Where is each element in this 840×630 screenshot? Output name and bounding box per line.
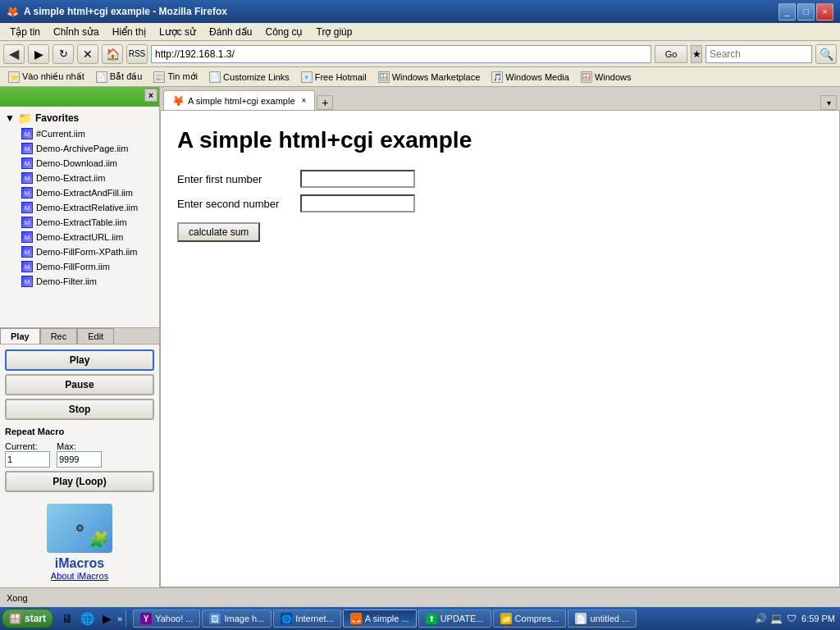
rss-button[interactable]: RSS (126, 44, 148, 64)
bookmark-icon-0: ⭐ (8, 71, 20, 83)
bookmark-icon-4: 📧 (301, 71, 313, 83)
browser-icon: 🦊 (7, 6, 19, 17)
tree-item-8[interactable]: M Demo-FillForm-XPath.iim (2, 244, 158, 259)
menu-luochu[interactable]: Lược sử (153, 25, 203, 39)
address-input[interactable] (151, 45, 651, 63)
browser-tab-main[interactable]: 🦊 A simple html+cgi example × (163, 90, 315, 110)
back-button[interactable]: ◀ (3, 44, 25, 64)
bookmark-windows[interactable]: 🪟 Windows (576, 70, 637, 84)
stop-button[interactable]: Stop (5, 399, 154, 420)
sidebar-bottom: Play Rec Edit Play Pause Stop Repeat Mac… (0, 327, 159, 587)
tree-item-5[interactable]: M Demo-ExtractRelative.iim (2, 200, 158, 215)
tree-item-0[interactable]: M #Current.iim (2, 126, 158, 141)
tree-item-1[interactable]: M Demo-ArchivePage.iim (2, 141, 158, 156)
imacros-file-icon-3: M (21, 172, 33, 184)
imacros-file-icon-7: M (21, 231, 33, 243)
bookmark-windowsmedia[interactable]: 🎵 Windows Media (486, 70, 574, 84)
star-icon[interactable]: ★ (691, 45, 702, 63)
logo-puzzle-icon: 🧩 (89, 530, 109, 550)
sidebar-tree: ▼ 📁 Favorites M #Current.iim M Demo-Arch… (0, 108, 159, 327)
menu-danhdau[interactable]: Đánh dấu (203, 25, 258, 39)
imacros-file-icon-6: M (21, 217, 33, 228)
status-bar: Xong (0, 587, 840, 607)
tab-edit[interactable]: Edit (77, 328, 114, 344)
sidebar-folder-favorites[interactable]: ▼ 📁 Favorites (2, 110, 158, 126)
scroll-tabs-button[interactable]: ▾ (820, 95, 837, 110)
tab-close-icon[interactable]: × (302, 96, 307, 105)
bookmark-tinmoi[interactable]: 📰 Tin mới (148, 70, 203, 84)
play-loop-button[interactable]: Play (Loop) (5, 471, 154, 492)
menu-hienthi[interactable]: Hiển thị (106, 25, 153, 39)
stop-button[interactable]: ✕ (77, 44, 98, 64)
new-tab-button[interactable]: + (317, 95, 333, 110)
bookmark-icon-1: 📄 (96, 71, 107, 83)
imacros-logo-image: ⚙ 🧩 (47, 504, 112, 553)
tree-item-3[interactable]: M Demo-Extract.iim (2, 171, 158, 185)
close-button[interactable]: × (816, 3, 833, 21)
menu-taptin[interactable]: Tập tin (3, 25, 47, 39)
minimize-button[interactable]: _ (778, 3, 796, 21)
max-label: Max: (57, 441, 102, 451)
max-input[interactable] (57, 451, 102, 468)
sidebar-tabs: Play Rec Edit (0, 328, 159, 345)
tree-item-6[interactable]: M Demo-ExtractTable.iim (2, 215, 158, 230)
bookmark-icon-3: 📄 (209, 71, 221, 83)
form-row-second: Enter second number (177, 194, 823, 212)
pause-button[interactable]: Pause (5, 374, 154, 395)
tree-item-7[interactable]: M Demo-ExtractURL.iim (2, 230, 158, 244)
folder-icon: 📁 (18, 112, 32, 125)
current-label: Current: (5, 441, 50, 451)
bookmark-icon-2: 📰 (153, 71, 165, 83)
status-text: Xong (7, 593, 28, 603)
imacros-file-icon-2: M (21, 158, 33, 169)
sidebar-close-button[interactable]: × (144, 89, 158, 102)
imacros-file-icon-8: M (21, 246, 33, 258)
browser-content: A simple html+cgi example Enter first nu… (160, 110, 840, 587)
bookmark-vaonhieunhat[interactable]: ⭐ Vào nhiều nhất (3, 70, 89, 84)
imacros-file-icon-5: M (21, 202, 33, 213)
menu-trogiup[interactable]: Trợ giúp (310, 25, 359, 39)
current-max-row: Current: Max: (5, 441, 154, 468)
tab-play[interactable]: Play (0, 328, 40, 344)
tree-item-10[interactable]: M Demo-Filter.iim (2, 274, 158, 289)
menu-chinhsua[interactable]: Chỉnh sửa (47, 25, 106, 39)
imacros-file-icon-9: M (21, 261, 33, 272)
bookmarks-bar: ⭐ Vào nhiều nhất 📄 Bắt đầu 📰 Tin mới 📄 C… (0, 67, 840, 87)
tree-item-9[interactable]: M Demo-FillForm.iim (2, 259, 158, 274)
tree-item-4[interactable]: M Demo-ExtractAndFill.iim (2, 185, 158, 200)
bookmark-windowsmarketplace[interactable]: 🪟 Windows Marketplace (373, 70, 486, 84)
current-input[interactable] (5, 451, 50, 468)
bookmark-freehotmail[interactable]: 📧 Free Hotmail (296, 70, 372, 84)
play-button[interactable]: Play (5, 349, 154, 371)
bookmark-customizelinks[interactable]: 📄 Customize Links (204, 70, 294, 84)
title-bar: 🦊 A simple html+cgi example - Mozilla Fi… (0, 0, 840, 23)
calculate-button[interactable]: calculate sum (177, 222, 260, 242)
home-button[interactable]: 🏠 (102, 44, 123, 64)
about-imacros-link[interactable]: About iMacros (51, 571, 108, 581)
search-input[interactable] (705, 45, 812, 63)
main-area: × ▼ 📁 Favorites M #Current.iim M Demo-Ar… (0, 87, 840, 587)
imacros-file-icon-0: M (21, 128, 33, 139)
forward-button[interactable]: ▶ (28, 44, 49, 64)
window-controls: _ □ × (778, 3, 833, 21)
browser-area: 🦊 A simple html+cgi example × + ▾ A simp… (160, 87, 840, 587)
page-title: A simple html+cgi example (177, 127, 823, 153)
first-number-input[interactable] (300, 170, 415, 188)
imacros-logo-text: iMacros (55, 556, 104, 571)
go-button[interactable]: Go (655, 45, 687, 63)
refresh-button[interactable]: ↻ (52, 44, 74, 64)
browser-tabs: 🦊 A simple html+cgi example × + ▾ (160, 87, 840, 110)
tab-rec[interactable]: Rec (40, 328, 78, 344)
tree-item-2[interactable]: M Demo-Download.iim (2, 156, 158, 171)
logo-area: ⚙ 🧩 iMacros About iMacros (0, 497, 159, 587)
search-button[interactable]: 🔍 (815, 44, 837, 64)
logo-gear-icon: ⚙ (75, 523, 84, 534)
first-number-label: Enter first number (177, 173, 300, 185)
bookmark-batdau[interactable]: 📄 Bắt đầu (91, 70, 148, 84)
second-number-label: Enter second number (177, 198, 300, 210)
imacros-file-icon-1: M (21, 143, 33, 154)
address-bar-container (151, 45, 651, 63)
second-number-input[interactable] (300, 194, 415, 212)
menu-congcu[interactable]: Công cụ (258, 25, 309, 39)
maximize-button[interactable]: □ (797, 3, 815, 21)
